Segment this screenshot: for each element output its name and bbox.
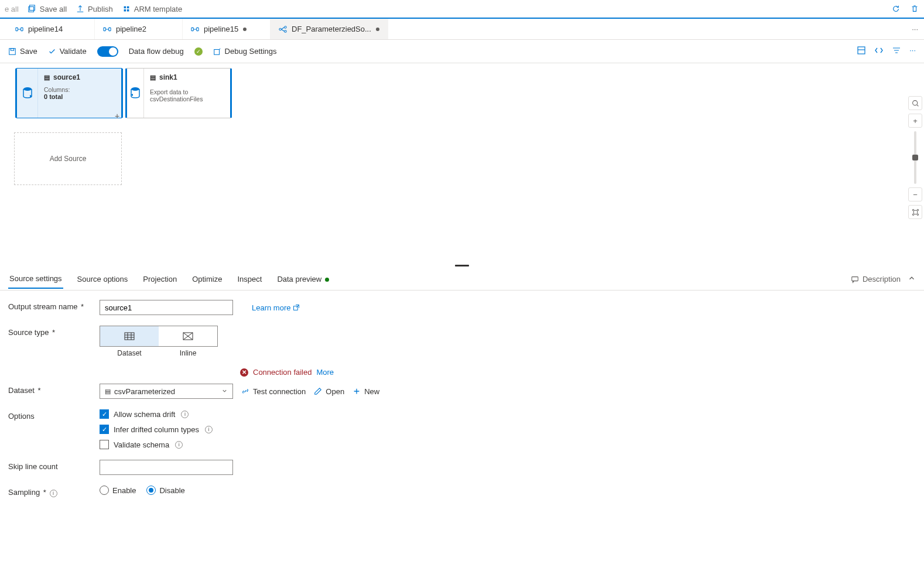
svg-rect-19 [852, 276, 858, 281]
learn-more-link[interactable]: Learn more [252, 303, 300, 312]
add-source-button[interactable]: Add Source [14, 132, 122, 185]
svg-rect-13 [214, 49, 219, 54]
sampling-disable-radio[interactable]: Disable [146, 486, 184, 495]
df-save-button[interactable]: Save [8, 47, 37, 56]
source-node[interactable]: ▤ source1 Columns: 0 total [16, 68, 122, 118]
svg-rect-4 [104, 28, 106, 30]
sampling-label: Sampling * i [8, 486, 100, 497]
source-name: source1 [53, 73, 80, 81]
settings-icon [213, 47, 221, 56]
info-icon[interactable]: i [50, 490, 57, 497]
more-icon[interactable]: ··· [909, 46, 916, 57]
dataflow-canvas[interactable]: ▤ source1 Columns: 0 total + ▤ sink1 Exp… [0, 63, 924, 262]
svg-rect-18 [913, 210, 918, 214]
fit-view-button[interactable] [908, 205, 922, 219]
layout-icon[interactable] [857, 46, 866, 57]
error-icon: ✕ [240, 368, 248, 377]
dataset-select[interactable]: ▤csvParameterized [100, 384, 233, 399]
tabs-more-button[interactable]: ··· [906, 19, 924, 39]
save-all-button[interactable]: Save all [28, 5, 67, 13]
check-icon [48, 47, 56, 56]
svg-rect-5 [109, 28, 111, 30]
debug-status-icon: ✓ [194, 47, 203, 56]
skip-line-label: Skip line count [8, 460, 100, 471]
zoom-in-button[interactable]: + [908, 114, 922, 128]
sink-desc: Export data to csvDestinationFiles [150, 88, 224, 102]
publish-button[interactable]: Publish [76, 5, 113, 13]
skip-line-input[interactable] [100, 460, 233, 475]
tab-dataflow[interactable]: DF_ParameterziedSo... [271, 19, 388, 39]
tab-source-options[interactable]: Source options [76, 270, 129, 288]
tab-projection[interactable]: Projection [142, 270, 178, 288]
sink-name: sink1 [159, 73, 177, 81]
save-all-icon [28, 5, 36, 13]
dirty-dot [243, 28, 247, 31]
infer-drifted-checkbox[interactable]: ✓ Infer drifted column types i [100, 425, 213, 434]
seg-inline-label: Inline [159, 349, 217, 357]
svg-point-8 [279, 28, 282, 30]
info-icon[interactable]: i [181, 411, 189, 418]
source-type-inline[interactable] [159, 326, 217, 346]
error-text: Connection failed [253, 368, 312, 377]
svg-rect-6 [191, 28, 194, 30]
svg-rect-12 [11, 48, 13, 50]
svg-rect-11 [9, 48, 16, 54]
source-type-dataset[interactable] [100, 326, 159, 346]
sampling-enable-radio[interactable]: Enable [100, 486, 136, 495]
svg-point-16 [131, 87, 139, 91]
add-transformation-button[interactable]: + [115, 111, 124, 121]
pipeline-icon [191, 25, 199, 33]
info-icon[interactable]: i [205, 426, 213, 433]
collapse-panel-button[interactable] [908, 274, 916, 284]
tab-source-settings[interactable]: Source settings [8, 269, 63, 289]
tab-pipeline15[interactable]: pipeline15 [183, 19, 271, 39]
database-icon [127, 69, 144, 118]
zoom-out-button[interactable]: − [908, 187, 922, 201]
seg-dataset-label: Dataset [100, 349, 159, 357]
database-icon [17, 69, 38, 118]
refresh-icon[interactable] [891, 5, 901, 13]
tab-pipeline2[interactable]: pipeline2 [95, 19, 183, 39]
delete-icon[interactable] [910, 5, 919, 13]
comment-icon [851, 275, 859, 283]
svg-rect-21 [125, 333, 134, 340]
dataset-label: Dataset * [8, 384, 100, 395]
svg-point-9 [285, 26, 287, 28]
svg-point-17 [912, 100, 917, 105]
info-icon[interactable]: i [175, 441, 183, 449]
zoom-slider[interactable] [914, 131, 916, 184]
arm-template-button[interactable]: ARM template [122, 5, 182, 13]
open-button[interactable]: Open [314, 387, 344, 396]
save-icon [8, 47, 16, 56]
test-connection-button[interactable]: Test connection [241, 387, 306, 396]
pipeline-icon [103, 25, 111, 33]
filter-icon[interactable] [892, 46, 901, 57]
error-more-link[interactable]: More [316, 368, 334, 377]
columns-value: 0 total [44, 93, 80, 100]
panel-resizer[interactable] [0, 262, 924, 268]
tab-label: DF_ParameterziedSo... [292, 25, 371, 33]
tab-data-preview[interactable]: Data preview [276, 270, 330, 288]
validate-button[interactable]: Validate [48, 47, 87, 56]
sink-node[interactable]: ▤ sink1 Export data to csvDestinationFil… [126, 68, 231, 118]
search-canvas-button[interactable] [908, 96, 922, 110]
description-button[interactable]: Description [851, 275, 901, 283]
debug-label: Data flow debug [129, 47, 184, 56]
svg-point-10 [285, 30, 287, 32]
debug-settings-button[interactable]: Debug Settings [213, 47, 277, 56]
tab-inspect[interactable]: Inspect [236, 270, 263, 288]
tab-pipeline14[interactable]: pipeline14 [7, 19, 95, 39]
publish-icon [76, 5, 84, 13]
dataflow-icon [279, 25, 287, 33]
code-icon[interactable] [874, 46, 884, 57]
columns-label: Columns: [44, 86, 80, 93]
new-button[interactable]: New [353, 387, 379, 396]
connection-icon [241, 387, 249, 395]
allow-schema-drift-checkbox[interactable]: ✓ Allow schema drift i [100, 409, 213, 419]
source-type-label: Source type * [8, 326, 100, 337]
tab-optimize[interactable]: Optimize [191, 270, 223, 288]
discard-all-button[interactable]: e all [5, 5, 19, 13]
validate-schema-checkbox[interactable]: Validate schema i [100, 440, 213, 449]
debug-toggle[interactable] [97, 46, 118, 57]
output-name-input[interactable] [100, 300, 233, 315]
